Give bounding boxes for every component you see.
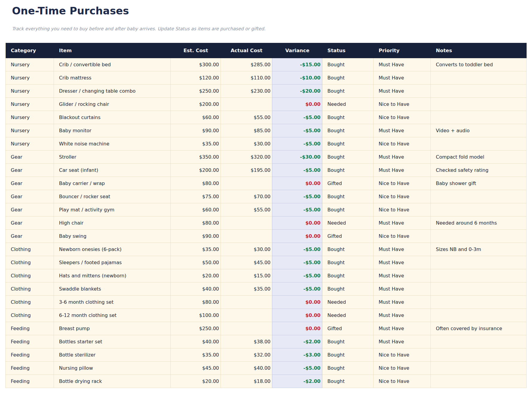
cell-category: Clothing bbox=[6, 269, 54, 282]
cell-category: Nursery bbox=[6, 85, 54, 98]
cell-est-cost: $20.00 bbox=[171, 269, 221, 282]
cell-est-cost: $35.00 bbox=[171, 243, 221, 256]
cell-priority: Nice to Have bbox=[374, 98, 431, 111]
cell-status: Bought bbox=[322, 243, 374, 256]
cell-est-cost: $75.00 bbox=[171, 190, 221, 203]
cell-item: Stroller bbox=[54, 151, 171, 164]
cell-actual-cost bbox=[221, 309, 272, 322]
cell-priority: Nice to Have bbox=[374, 177, 431, 190]
table-row: Clothing Swaddle blankets $40.00 $35.00 … bbox=[6, 282, 527, 296]
cell-item: Bottles starter set bbox=[54, 335, 171, 348]
cell-actual-cost: $195.00 bbox=[221, 164, 272, 177]
cell-priority: Nice to Have bbox=[374, 203, 431, 216]
header-cell-status: Status bbox=[322, 43, 374, 58]
cell-status: Bought bbox=[322, 124, 374, 137]
cell-category: Gear bbox=[6, 230, 54, 243]
page-title: One-Time Purchases bbox=[12, 4, 527, 17]
cell-notes: Compact fold model bbox=[431, 151, 527, 164]
cell-notes bbox=[431, 256, 527, 269]
cell-actual-cost: $30.00 bbox=[221, 243, 272, 256]
cell-status: Bought bbox=[322, 203, 374, 216]
cell-variance: -$3.00 bbox=[272, 348, 322, 362]
cell-category: Feeding bbox=[6, 348, 54, 362]
cell-notes bbox=[431, 335, 527, 348]
cell-category: Feeding bbox=[6, 375, 54, 388]
table-row: Gear Baby swing $90.00 $0.00 Gifted Nice… bbox=[6, 230, 527, 243]
cell-category: Feeding bbox=[6, 322, 54, 335]
table-row: Gear Bouncer / rocker seat $75.00 $70.00… bbox=[6, 190, 527, 203]
cell-actual-cost: $38.00 bbox=[221, 335, 272, 348]
cell-notes bbox=[431, 98, 527, 111]
cell-variance: -$5.00 bbox=[272, 282, 322, 296]
header-cell-notes: Notes bbox=[431, 43, 527, 58]
cell-status: Needed bbox=[322, 216, 374, 230]
cell-actual-cost: $15.00 bbox=[221, 269, 272, 282]
cell-variance: -$5.00 bbox=[272, 190, 322, 203]
table-row: Clothing 6-12 month clothing set $100.00… bbox=[6, 309, 527, 322]
header-cell-actual-cost: Actual Cost bbox=[221, 43, 272, 58]
table-row: Gear High chair $80.00 $0.00 Needed Must… bbox=[6, 216, 527, 230]
cell-est-cost: $20.00 bbox=[171, 375, 221, 388]
cell-notes bbox=[431, 137, 527, 151]
cell-est-cost: $40.00 bbox=[171, 335, 221, 348]
cell-category: Gear bbox=[6, 177, 54, 190]
cell-status: Bought bbox=[322, 282, 374, 296]
cell-status: Bought bbox=[322, 111, 374, 124]
cell-priority: Must Have bbox=[374, 85, 431, 98]
cell-item: High chair bbox=[54, 216, 171, 230]
cell-notes bbox=[431, 309, 527, 322]
cell-notes: Converts to toddler bed bbox=[431, 58, 527, 71]
cell-priority: Must Have bbox=[374, 282, 431, 296]
cell-item: Crib mattress bbox=[54, 71, 171, 85]
cell-notes bbox=[431, 85, 527, 98]
cell-est-cost: $80.00 bbox=[171, 216, 221, 230]
cell-variance: -$30.00 bbox=[272, 151, 322, 164]
cell-category: Feeding bbox=[6, 362, 54, 375]
cell-item: 3-6 month clothing set bbox=[54, 296, 171, 309]
cell-actual-cost: $55.00 bbox=[221, 203, 272, 216]
purchases-table: Category Item Est. Cost Actual Cost Vari… bbox=[5, 43, 527, 388]
cell-actual-cost: $30.00 bbox=[221, 137, 272, 151]
table-row: Gear Car seat (infant) $200.00 $195.00 -… bbox=[6, 164, 527, 177]
cell-status: Bought bbox=[322, 375, 374, 388]
cell-variance: $0.00 bbox=[272, 309, 322, 322]
header-cell-category: Category bbox=[6, 43, 54, 58]
cell-item: Car seat (infant) bbox=[54, 164, 171, 177]
cell-item: Bottle drying rack bbox=[54, 375, 171, 388]
cell-status: Bought bbox=[322, 190, 374, 203]
cell-actual-cost: $320.00 bbox=[221, 151, 272, 164]
cell-priority: Must Have bbox=[374, 296, 431, 309]
cell-item: 6-12 month clothing set bbox=[54, 309, 171, 322]
cell-actual-cost bbox=[221, 296, 272, 309]
cell-variance: -$5.00 bbox=[272, 243, 322, 256]
cell-actual-cost: $110.00 bbox=[221, 71, 272, 85]
cell-est-cost: $80.00 bbox=[171, 296, 221, 309]
cell-est-cost: $90.00 bbox=[171, 124, 221, 137]
cell-actual-cost: $55.00 bbox=[221, 111, 272, 124]
cell-category: Clothing bbox=[6, 256, 54, 269]
cell-item: Baby carrier / wrap bbox=[54, 177, 171, 190]
cell-notes bbox=[431, 111, 527, 124]
cell-item: Hats and mittens (newborn) bbox=[54, 269, 171, 282]
cell-priority: Must Have bbox=[374, 269, 431, 282]
cell-priority: Must Have bbox=[374, 335, 431, 348]
cell-priority: Nice to Have bbox=[374, 362, 431, 375]
cell-est-cost: $120.00 bbox=[171, 71, 221, 85]
cell-notes: Video + audio bbox=[431, 124, 527, 137]
header-cell-priority: Priority bbox=[374, 43, 431, 58]
cell-actual-cost: $40.00 bbox=[221, 362, 272, 375]
cell-notes bbox=[431, 348, 527, 362]
cell-actual-cost: $35.00 bbox=[221, 282, 272, 296]
cell-category: Clothing bbox=[6, 282, 54, 296]
table-row: Clothing 3-6 month clothing set $80.00 $… bbox=[6, 296, 527, 309]
cell-priority: Must Have bbox=[374, 164, 431, 177]
cell-status: Bought bbox=[322, 335, 374, 348]
table-header-row: Category Item Est. Cost Actual Cost Vari… bbox=[6, 43, 527, 58]
cell-est-cost: $250.00 bbox=[171, 322, 221, 335]
cell-notes bbox=[431, 269, 527, 282]
cell-priority: Nice to Have bbox=[374, 190, 431, 203]
cell-variance: $0.00 bbox=[272, 177, 322, 190]
table-header: Category Item Est. Cost Actual Cost Vari… bbox=[6, 43, 527, 58]
cell-variance: $0.00 bbox=[272, 230, 322, 243]
cell-item: Breast pump bbox=[54, 322, 171, 335]
